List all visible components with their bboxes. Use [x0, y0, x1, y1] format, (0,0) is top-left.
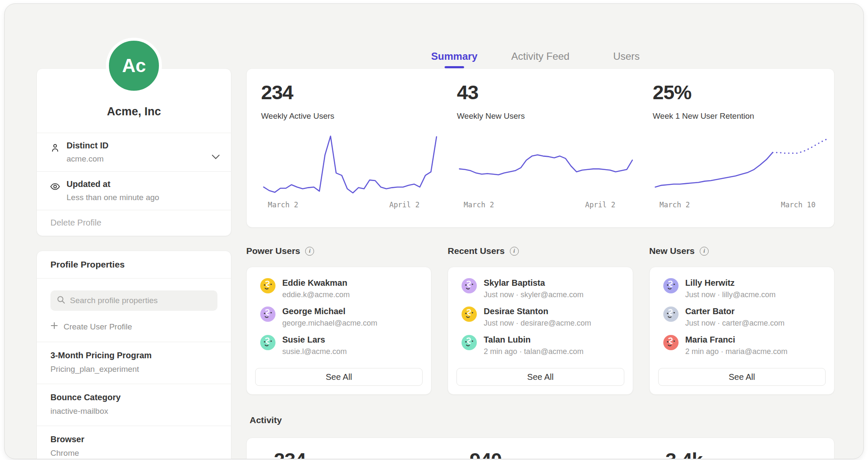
user-meta: Just now · carter@acme.com: [685, 319, 785, 328]
user-list-item[interactable]: George Michael george.michael@acme.com: [255, 307, 423, 328]
user-meta: Just now · lilly@acme.com: [685, 290, 776, 299]
distinct-id-label: Distinct ID: [67, 141, 206, 151]
org-avatar-initials: Ac: [122, 55, 146, 76]
property-row[interactable]: 3-Month Pricing Program Pricing_plan_exp…: [37, 342, 231, 384]
user-name: Carter Bator: [685, 307, 785, 316]
user-name: Talan Lubin: [484, 335, 583, 345]
user-list-item[interactable]: Eddie Kwakman eddie.k@acme.com: [255, 278, 423, 299]
property-name: Bounce Category: [50, 393, 217, 402]
profile-properties-card: Profile Properties Create User Profile: [36, 251, 231, 459]
section-title: New Users: [649, 246, 695, 256]
summary-stats-card: 234 Weekly Active Users March 2 April 2 …: [246, 68, 835, 228]
line-chart: [261, 129, 439, 197]
new-users-section: New Users Lilly Herwitz Just now · lilly…: [649, 245, 835, 395]
x-tick-label: April 2: [389, 201, 420, 209]
person-icon: [50, 142, 61, 155]
line-chart: [653, 129, 831, 197]
user-avatar: [462, 307, 477, 322]
stat-label: Weekly New Users: [457, 112, 638, 121]
weekly-active-users-chart: March 2 April 2: [261, 129, 439, 216]
tab-activity-feed[interactable]: Activity Feed: [498, 47, 584, 68]
user-avatar: [462, 335, 477, 350]
chevron-down-icon[interactable]: [211, 153, 220, 161]
distinct-id-value: acme.com: [67, 154, 206, 164]
user-list-item[interactable]: Carter Bator Just now · carter@acme.com: [658, 307, 826, 328]
user-list-item[interactable]: Desirae Stanton Just now · desirare@acme…: [456, 307, 624, 328]
stat-label: Week 1 New User Retention: [653, 112, 834, 121]
user-name: George Michael: [282, 307, 377, 316]
property-row[interactable]: Browser Chrome: [37, 426, 231, 459]
user-meta: george.michael@acme.com: [282, 319, 377, 328]
search-icon: [56, 295, 66, 306]
property-name: Browser: [50, 435, 217, 444]
stat-label: Weekly Active Users: [261, 112, 442, 121]
stat-value: 25%: [653, 82, 834, 102]
user-avatar: [663, 307, 679, 322]
activity-stat: 940: [442, 450, 638, 459]
see-all-button[interactable]: See All: [255, 368, 423, 386]
user-avatar: [260, 335, 275, 350]
user-name: Susie Lars: [282, 335, 347, 345]
activity-section-title: Activity: [250, 415, 282, 425]
stat-value: 234: [261, 82, 442, 102]
user-list-item[interactable]: Susie Lars susie.l@acme.com: [255, 335, 423, 356]
info-icon[interactable]: [510, 247, 519, 256]
user-avatar: [260, 278, 275, 293]
activity-stats-card: 234 940 3.4k: [246, 438, 835, 459]
user-name: Desirae Stanton: [484, 307, 591, 316]
user-meta: eddie.k@acme.com: [282, 290, 350, 299]
create-user-profile-button[interactable]: Create User Profile: [50, 322, 217, 332]
updated-at-row: Updated at Less than one minute ago: [37, 172, 231, 210]
search-profile-properties-input[interactable]: [69, 296, 211, 306]
user-list-item[interactable]: Lilly Herwitz Just now · lilly@acme.com: [658, 278, 826, 299]
user-meta: 2 min ago · maria@acme.com: [685, 347, 787, 356]
property-value: inactive-mailbox: [50, 407, 217, 416]
see-all-button[interactable]: See All: [658, 368, 826, 386]
user-avatar: [663, 335, 679, 350]
stat-value: 234: [274, 450, 442, 459]
divider: [37, 278, 231, 279]
create-user-profile-label: Create User Profile: [64, 322, 132, 332]
x-tick-label: March 2: [268, 201, 298, 209]
tab-summary-label: Summary: [431, 50, 477, 62]
see-all-button[interactable]: See All: [456, 368, 624, 386]
stat-value: 3.4k: [665, 450, 834, 459]
info-icon[interactable]: [305, 247, 314, 256]
property-row[interactable]: Bounce Category inactive-mailbox: [37, 384, 231, 426]
main-tab-bar: Summary Activity Feed Users: [246, 47, 835, 68]
weekly-new-users-stat: 43 Weekly New Users March 2 April 2: [442, 69, 638, 227]
tab-activity-feed-label: Activity Feed: [511, 50, 569, 62]
weekly-active-users-stat: 234 Weekly Active Users March 2 April 2: [247, 69, 442, 227]
tab-summary[interactable]: Summary: [412, 47, 498, 68]
user-name: Maria Franci: [685, 335, 787, 345]
user-meta: Just now · skyler@acme.com: [484, 290, 583, 299]
profile-properties-title: Profile Properties: [37, 251, 231, 278]
user-meta: susie.l@acme.com: [282, 347, 347, 356]
search-profile-properties[interactable]: [50, 290, 217, 311]
tab-users[interactable]: Users: [584, 47, 670, 68]
weekly-new-users-chart: March 2 April 2: [457, 129, 635, 216]
user-list-item[interactable]: Skylar Baptista Just now · skyler@acme.c…: [456, 278, 624, 299]
plus-icon: [50, 322, 58, 332]
line-chart: [457, 129, 635, 197]
delete-profile-button[interactable]: Delete Profile: [37, 210, 231, 235]
week1-retention-stat: 25% Week 1 New User Retention March 2 Ma…: [638, 69, 834, 227]
user-avatar: [663, 278, 679, 293]
info-icon[interactable]: [700, 247, 709, 256]
app-window: Ac Acme, Inc Distinct ID acme.com: [4, 3, 864, 459]
x-tick-label: March 2: [464, 201, 494, 209]
user-avatar: [260, 307, 275, 322]
distinct-id-row[interactable]: Distinct ID acme.com: [37, 133, 231, 171]
stat-value: 940: [470, 450, 638, 459]
property-value: Pricing_plan_experiment: [50, 365, 217, 374]
recent-users-card: Skylar Baptista Just now · skyler@acme.c…: [448, 267, 633, 395]
user-meta: 2 min ago · talan@acme.com: [484, 347, 583, 356]
user-list-item[interactable]: Maria Franci 2 min ago · maria@acme.com: [658, 335, 826, 356]
user-list-item[interactable]: Talan Lubin 2 min ago · talan@acme.com: [456, 335, 624, 356]
tab-users-label: Users: [613, 50, 640, 62]
user-avatar: [462, 278, 477, 293]
power-users-card: Eddie Kwakman eddie.k@acme.com George Mi…: [246, 267, 431, 395]
property-value: Chrome: [50, 449, 217, 458]
updated-at-label: Updated at: [67, 179, 206, 189]
org-avatar: Ac: [106, 38, 162, 94]
